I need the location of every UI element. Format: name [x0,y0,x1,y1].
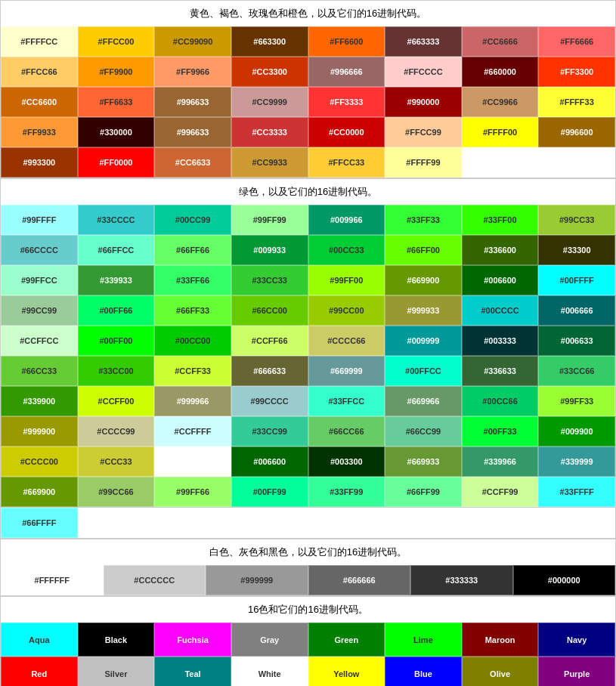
color-cell: #33CC00 [78,356,155,386]
color-cell: #660000 [462,57,539,87]
color-cell: #CCCC99 [78,416,155,447]
color-cell: #66CCCC [1,235,78,265]
color-cell: #FF9933 [1,117,78,147]
color-cell: #996633 [154,87,231,117]
color-cell [538,147,615,178]
color-cell: #003333 [462,326,539,356]
named-color-grid: AquaBlackFuchsiaGrayGreenLimeMaroonNavyR… [0,623,616,686]
color-grid: #FFFFCC#FFCC00#CC99090#663300#FF6600#663… [0,26,616,178]
color-cell: #66CC00 [231,295,308,326]
color-cell: #669900 [1,477,78,507]
color-cell: #006633 [538,326,615,356]
named-color-cell: Silver [78,657,155,686]
named-color-cell: Green [308,623,385,657]
color-cell: #66CC99 [385,416,462,447]
color-cell: #FFFF99 [385,147,462,178]
color-cell: #99CC99 [1,295,78,326]
color-cell: #33FF66 [154,265,231,295]
color-cell: #CCFF33 [154,356,231,386]
named-color-cell: Olive [462,657,539,686]
named-color-cell: Blue [385,657,462,686]
color-cell [154,447,231,477]
color-cell: #66FFFF [1,508,78,538]
named-color-cell: White [231,657,308,686]
color-cell: #33FF99 [308,477,385,507]
named-color-cell: Gray [231,623,308,657]
color-cell: #00CC99 [154,205,231,235]
color-cell: #CCFF99 [462,477,539,507]
color-cell: #FF9900 [78,57,155,87]
color-grid: #99FFFF#33CCCC#00CC99#99FF99#009966#33FF… [0,205,616,508]
color-cell: #CC99090 [154,26,231,57]
color-cell: #339966 [462,447,539,477]
color-cell: #CCCC00 [1,447,78,477]
color-cell: #CCCC66 [308,326,385,356]
color-cell: #FFCC33 [308,147,385,178]
color-cell: #663300 [231,26,308,57]
color-cell: #00FFCC [385,356,462,386]
color-cell: #00CC00 [154,326,231,356]
named-color-cell: Fuchsia [154,623,231,657]
color-cell: #CCFFCC [1,326,78,356]
color-cell: #330000 [78,117,155,147]
color-cell: #66CC66 [308,416,385,447]
named-color-cell: Maroon [462,623,539,657]
color-cell: #FF6633 [78,87,155,117]
color-cell: #FF0000 [78,147,155,178]
color-cell: #009933 [231,235,308,265]
color-cell: #33CC99 [231,416,308,447]
named-color-cell: Yellow [308,657,385,686]
color-cell: #CC9966 [462,87,539,117]
color-cell: #990000 [385,87,462,117]
color-cell: #996666 [308,57,385,87]
section-title: 黄色、褐色、玫瑰色和橙色，以及它们的16进制代码。 [0,0,616,26]
color-cell: #99FF33 [538,386,615,416]
color-cell: #339999 [538,447,615,477]
color-cell: #33FFCC [308,386,385,416]
color-cell [462,147,539,178]
color-cell: #CC3333 [231,117,308,147]
color-cell: #669933 [385,447,462,477]
color-cell: #009900 [538,416,615,447]
named-color-cell: Purple [538,657,615,686]
color-cell: #333333 [410,565,513,595]
color-cell: #33FF00 [462,205,539,235]
color-cell: #006600 [462,265,539,295]
color-cell: #666633 [231,356,308,386]
color-cell: #FF6600 [308,26,385,57]
color-cell: #669999 [308,356,385,386]
color-cell: #00CCCC [462,295,539,326]
named-color-cell: Red [1,657,78,686]
color-cell: #FFCCCC [385,57,462,87]
named-color-cell: Black [78,623,155,657]
color-cell: #99FFFF [1,205,78,235]
color-cell: #009966 [308,205,385,235]
color-cell: #FFCC99 [385,117,462,147]
color-cell: #CC9933 [231,147,308,178]
section-title: 白色、灰色和黑色，以及它们的16进制代码。 [0,539,616,565]
color-cell: #00FF00 [78,326,155,356]
color-cell: #000000 [513,565,616,595]
color-cell: #CC3300 [231,57,308,87]
color-cell: #FFFFCC [1,26,78,57]
color-cell: #996633 [154,117,231,147]
color-cell: #33CCCC [78,205,155,235]
color-cell: #CC9999 [231,87,308,117]
color-cell: #993300 [1,147,78,178]
color-grid: #FFFFFF#CCCCCC#999999#666666#333333#0000… [0,565,616,596]
color-cell: #66FF66 [154,235,231,265]
color-cell: #00CC33 [308,235,385,265]
color-cell: #FF3300 [538,57,615,87]
color-cell: #66FF99 [385,477,462,507]
color-cell: #99CC33 [538,205,615,235]
color-cell: #99FF00 [308,265,385,295]
color-cell: #FF6666 [538,26,615,57]
named-color-cell: Aqua [1,623,78,657]
color-cell: #33FFFF [538,477,615,507]
color-cell: #66FF00 [385,235,462,265]
color-cell: #006666 [538,295,615,326]
color-cell: #99FFCC [1,265,78,295]
standalone-cell-wrapper: #66FFFF [0,508,616,539]
named-color-cell: Teal [154,657,231,686]
color-cell: #FFFFFF [1,565,104,595]
